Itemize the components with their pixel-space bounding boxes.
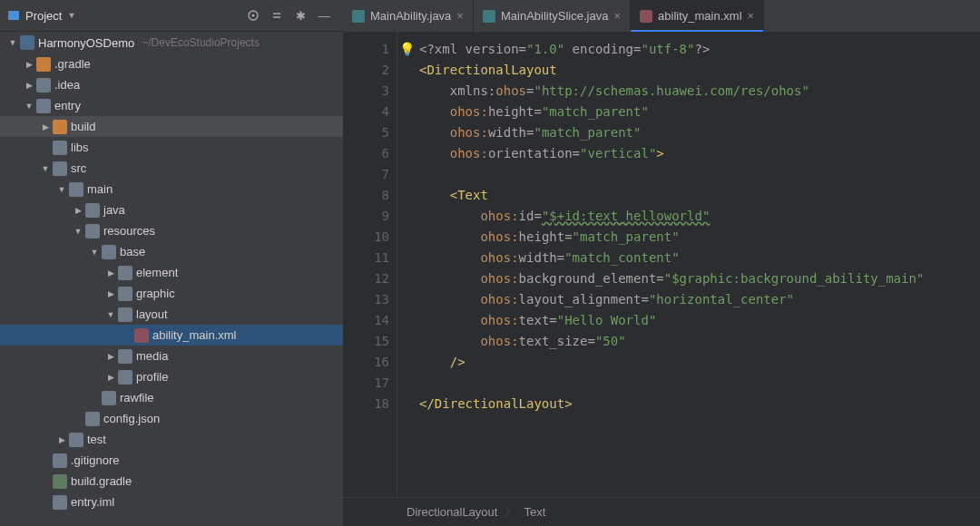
expand-arrow[interactable]: ▶ — [105, 289, 116, 298]
java-file-icon — [483, 10, 495, 23]
expand-arrow[interactable]: ▶ — [24, 60, 34, 69]
tree-row-config-json[interactable]: config.json — [0, 408, 343, 429]
file-label: graphic — [136, 287, 175, 300]
tab-MainAbilitySlice-java[interactable]: MainAbilitySlice.java× — [474, 0, 631, 32]
expand-arrow[interactable]: ▶ — [24, 81, 34, 90]
tab-label: MainAbilitySlice.java — [501, 9, 609, 23]
breadcrumb[interactable]: DirectionalLayout 〉 Text — [343, 497, 980, 526]
project-sidebar: Project ▼ ✱ — ▼ HarmonyOSDemo ~/DevEcoSt… — [0, 0, 343, 526]
file-icon — [118, 287, 132, 301]
project-root-row[interactable]: ▼ HarmonyOSDemo ~/DevEcoStudioProjects — [0, 32, 343, 54]
settings-icon[interactable]: ✱ — [292, 7, 309, 24]
tree-row-rawfile[interactable]: rawfile — [0, 387, 343, 408]
file-icon — [69, 433, 83, 447]
code-area[interactable]: 123456789101112131415161718 💡 <?xml vers… — [343, 32, 980, 497]
expand-arrow[interactable]: ▶ — [105, 268, 116, 278]
tree-row-test[interactable]: ▶test — [0, 429, 343, 450]
tab-MainAbility-java[interactable]: MainAbility.java× — [343, 0, 474, 32]
file-icon — [36, 78, 51, 93]
close-icon[interactable]: × — [748, 9, 755, 23]
tab-ability_main-xml[interactable]: ability_main.xml× — [631, 0, 764, 32]
file-icon — [118, 307, 132, 322]
file-label: src — [71, 161, 86, 175]
tree-row-build[interactable]: ▶build — [0, 116, 343, 137]
tree-row-resources[interactable]: ▼resources — [0, 220, 343, 241]
tree-row-ability_main-xml[interactable]: ability_main.xml — [0, 325, 343, 346]
file-label: build.gradle — [71, 474, 132, 488]
expand-arrow[interactable]: ▶ — [73, 206, 83, 215]
tree-row-layout[interactable]: ▼layout — [0, 304, 343, 325]
tree-row-graphic[interactable]: ▶graphic — [0, 283, 343, 304]
line-gutter: 123456789101112131415161718 — [343, 32, 397, 497]
file-label: main — [87, 182, 113, 196]
tree-row--gitignore[interactable]: .gitignore — [0, 450, 343, 471]
tree-row-profile[interactable]: ▶profile — [0, 366, 343, 387]
expand-arrow[interactable]: ▼ — [56, 185, 67, 194]
file-icon — [53, 161, 67, 176]
file-icon — [36, 57, 51, 72]
file-tree: ▶.gradle▶.idea▼entry▶buildlibs▼src▼main▶… — [0, 54, 343, 512]
tree-row-java[interactable]: ▶java — [0, 200, 343, 220]
file-icon — [134, 328, 149, 343]
tab-label: MainAbility.java — [370, 9, 451, 23]
file-label: java — [103, 203, 125, 217]
expand-arrow[interactable]: ▼ — [73, 227, 83, 236]
tree-row-src[interactable]: ▼src — [0, 158, 343, 179]
hide-icon[interactable]: — — [316, 7, 332, 24]
hint-column: 💡 — [397, 32, 416, 497]
tree-row-base[interactable]: ▼base — [0, 241, 343, 262]
file-label: libs — [71, 141, 89, 154]
file-icon — [118, 266, 132, 280]
sidebar-title-text: Project — [25, 9, 62, 23]
breadcrumb-item[interactable]: DirectionalLayout — [407, 505, 497, 519]
file-label: layout — [136, 307, 168, 321]
tree-row-media[interactable]: ▶media — [0, 346, 343, 366]
editor-pane: MainAbility.java×MainAbilitySlice.java×a… — [343, 0, 980, 526]
expand-arrow[interactable]: ▼ — [89, 248, 100, 257]
close-icon[interactable]: × — [613, 9, 621, 23]
tree-row--gradle[interactable]: ▶.gradle — [0, 54, 343, 74]
svg-rect-0 — [8, 11, 19, 20]
expand-arrow[interactable]: ▶ — [40, 122, 51, 132]
file-label: rawfile — [120, 391, 154, 404]
file-label: profile — [136, 370, 168, 384]
file-icon — [85, 412, 100, 426]
expand-arrow[interactable]: ▶ — [56, 435, 67, 444]
locate-icon[interactable] — [245, 7, 261, 24]
tab-label: ability_main.xml — [658, 9, 741, 23]
collapse-icon[interactable] — [269, 7, 285, 24]
expand-arrow[interactable]: ▶ — [105, 352, 116, 361]
file-icon — [53, 120, 67, 134]
file-icon — [102, 245, 116, 259]
file-label: resources — [103, 224, 155, 238]
expand-arrow[interactable]: ▼ — [24, 102, 34, 111]
file-label: element — [136, 266, 178, 279]
code-content[interactable]: <?xml version="1.0" encoding="utf-8"?><D… — [416, 32, 980, 497]
tree-row-entry[interactable]: ▼entry — [0, 95, 343, 116]
project-path: ~/DevEcoStudioProjects — [142, 36, 260, 49]
file-label: config.json — [103, 412, 160, 425]
expand-arrow[interactable]: ▶ — [105, 373, 116, 382]
project-view-selector[interactable]: Project ▼ — [7, 9, 75, 23]
module-icon — [20, 35, 34, 50]
expand-arrow[interactable]: ▼ — [40, 164, 51, 173]
tree-row-entry-iml[interactable]: entry.iml — [0, 492, 343, 512]
tree-row-libs[interactable]: libs — [0, 137, 343, 158]
sidebar-header: Project ▼ ✱ — — [0, 0, 343, 32]
file-label: ability_main.xml — [152, 328, 236, 342]
intention-bulb-icon[interactable]: 💡 — [399, 42, 415, 56]
file-label: base — [120, 245, 145, 258]
file-label: .idea — [54, 78, 80, 92]
close-icon[interactable]: × — [456, 9, 464, 23]
file-label: media — [136, 349, 168, 363]
expand-arrow[interactable]: ▼ — [105, 310, 116, 319]
breadcrumb-item[interactable]: Text — [524, 505, 545, 519]
tree-row-build-gradle[interactable]: build.gradle — [0, 471, 343, 492]
file-icon — [53, 474, 67, 489]
tree-row-main[interactable]: ▼main — [0, 179, 343, 200]
file-icon — [85, 224, 100, 239]
file-icon — [53, 453, 67, 468]
file-icon — [69, 182, 83, 197]
tree-row-element[interactable]: ▶element — [0, 262, 343, 283]
tree-row--idea[interactable]: ▶.idea — [0, 74, 343, 95]
